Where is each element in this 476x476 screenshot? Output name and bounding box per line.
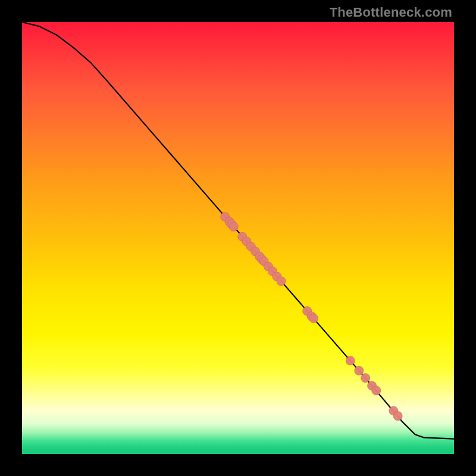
data-point (361, 374, 370, 383)
chart-container: TheBottleneck.com (0, 0, 476, 476)
data-point (346, 356, 355, 365)
curve-line (22, 22, 454, 439)
bottleneck-curve (22, 22, 454, 439)
data-point (355, 366, 364, 375)
scatter-markers (221, 212, 402, 421)
data-point (372, 386, 381, 395)
data-point (393, 412, 402, 421)
curve-svg (22, 22, 454, 454)
data-point (229, 223, 238, 231)
watermark-text: TheBottleneck.com (330, 5, 452, 20)
data-point (309, 314, 318, 323)
plot-area (22, 22, 454, 454)
data-point (277, 277, 286, 286)
